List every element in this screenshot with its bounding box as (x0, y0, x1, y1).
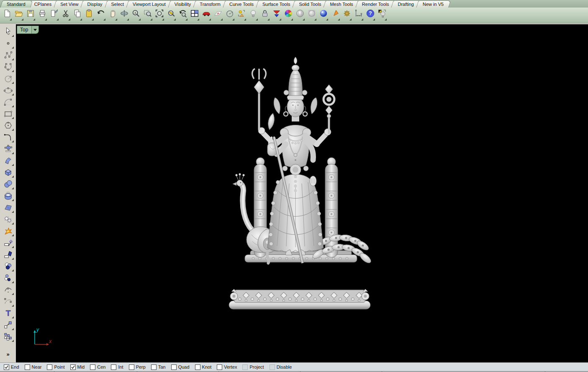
rotate-view-icon[interactable] (119, 9, 129, 21)
spotlight-cone-icon[interactable] (330, 9, 340, 21)
tab-select[interactable]: Select (106, 0, 131, 8)
osnap-int-checkbox[interactable] (111, 364, 116, 370)
undo-icon[interactable] (96, 9, 106, 21)
dimension-icon[interactable] (354, 9, 364, 21)
circle-center-icon[interactable] (225, 9, 235, 21)
explode-icon[interactable] (3, 226, 14, 236)
join-icon[interactable] (3, 261, 14, 271)
osnap-quad[interactable]: Quad (171, 364, 190, 370)
ghosted-sphere-icon[interactable] (307, 9, 317, 21)
viewport-title-dropdown[interactable] (31, 26, 39, 34)
box-icon[interactable] (3, 167, 14, 178)
osnap-mid[interactable]: Mid (70, 364, 85, 370)
cut-icon[interactable] (61, 9, 71, 21)
save-file-icon[interactable] (26, 9, 36, 21)
osnap-vertex[interactable]: Vertex (217, 364, 237, 370)
osnap-cen-checkbox[interactable] (90, 364, 95, 370)
snap-shapes-icon[interactable] (236, 9, 246, 21)
pedestal-model[interactable] (227, 288, 372, 313)
tab-render-tools[interactable]: Render Tools (357, 0, 395, 8)
osnap-knot[interactable]: Knot (195, 364, 212, 370)
osnap-near-checkbox[interactable] (25, 364, 30, 370)
osnap-disable-checkbox[interactable] (270, 364, 275, 370)
text-icon[interactable]: T (3, 308, 14, 318)
osnap-quad-checkbox[interactable] (171, 364, 177, 370)
zoom-selected-icon[interactable] (166, 9, 176, 21)
osnap-knot-checkbox[interactable] (195, 364, 200, 370)
tab-new-in-v5[interactable]: New in V5 (417, 0, 450, 8)
tab-transform[interactable]: Transform (194, 0, 227, 8)
shaded-sphere-icon[interactable] (295, 9, 305, 21)
viewport-layout-icon[interactable] (190, 9, 200, 21)
rendered-sphere-icon[interactable] (318, 9, 329, 21)
osnap-vertex-checkbox[interactable] (217, 364, 222, 370)
patch-surface-icon[interactable] (3, 202, 14, 213)
tab-viewport-layout[interactable]: Viewport Layout (127, 0, 172, 8)
osnap-project[interactable]: Project (242, 364, 264, 370)
osnap-mid-checkbox[interactable] (70, 364, 76, 370)
interpolate-curve-icon[interactable] (3, 62, 14, 72)
boolean-icon[interactable] (3, 214, 14, 225)
tab-cplanes[interactable]: CPlanes (29, 0, 58, 8)
copy-icon[interactable] (72, 9, 82, 21)
trim-icon[interactable] (3, 238, 14, 248)
rectangle-icon[interactable] (3, 108, 14, 119)
tab-mesh-tools[interactable]: Mesh Tools (324, 0, 359, 8)
new-document-icon[interactable] (2, 9, 12, 21)
osnap-point-checkbox[interactable] (47, 364, 52, 370)
osnap-project-checkbox[interactable] (242, 364, 248, 370)
viewport-title[interactable]: Top (17, 26, 31, 34)
gears-icon[interactable] (342, 9, 352, 21)
tab-drafting[interactable]: Drafting (392, 0, 420, 8)
osnap-perp-checkbox[interactable] (129, 364, 134, 370)
paste-icon[interactable] (84, 9, 94, 21)
circle-icon[interactable] (3, 73, 14, 84)
osnap-point[interactable]: Point (47, 364, 64, 370)
undo-view-icon[interactable] (178, 9, 188, 21)
palette-expand-chevron[interactable]: » (6, 351, 9, 357)
tab-set-view[interactable]: Set View (55, 0, 85, 8)
zoom-dynamic-icon[interactable]: ± (131, 9, 141, 21)
ellipse-icon[interactable] (3, 85, 14, 96)
viewport-canvas[interactable]: Top (16, 24, 588, 362)
color-wheel-icon[interactable] (283, 9, 293, 21)
tab-standard[interactable]: Standard (1, 0, 32, 8)
move-icon[interactable] (3, 320, 14, 330)
osnap-near[interactable]: Near (25, 364, 42, 370)
sphere-icon[interactable] (3, 179, 14, 189)
osnap-end-checkbox[interactable] (4, 364, 9, 370)
murugan-statue-model[interactable] (227, 50, 376, 273)
osnap-disable[interactable]: Disable (270, 364, 292, 370)
osnap-tan-checkbox[interactable] (151, 364, 157, 370)
lamp-icon[interactable] (377, 9, 387, 21)
point-icon[interactable] (3, 38, 14, 49)
split-icon[interactable] (3, 249, 14, 260)
zoom-extents-icon[interactable] (154, 9, 164, 21)
fillet-corner-icon[interactable] (3, 132, 14, 142)
spray-edit-icon[interactable] (49, 9, 59, 21)
control-point-curve-icon[interactable] (3, 50, 14, 60)
polygon-icon[interactable] (3, 120, 14, 131)
pointer-icon[interactable] (3, 26, 14, 37)
osnap-cen[interactable]: Cen (90, 364, 105, 370)
light-bulb-icon[interactable] (248, 9, 258, 21)
tab-visibility[interactable]: Visibility (169, 0, 198, 8)
osnap-tan[interactable]: Tan (151, 364, 166, 370)
edit-point-icon[interactable] (3, 284, 14, 295)
print-icon[interactable] (37, 9, 47, 21)
cplane-icon[interactable] (213, 9, 223, 21)
viewport-title-tab[interactable]: Top (17, 26, 39, 34)
array-icon[interactable] (3, 331, 14, 342)
layer-wedge-icon[interactable] (272, 9, 282, 21)
osnap-perp[interactable]: Perp (129, 364, 146, 370)
surface-control-points-icon[interactable] (3, 144, 14, 154)
osnap-int[interactable]: Int (111, 364, 123, 370)
car-icon[interactable] (201, 9, 211, 21)
rebuild-curve-icon[interactable] (3, 296, 14, 307)
tab-display[interactable]: Display (82, 0, 108, 8)
cylinder-icon[interactable] (3, 191, 14, 201)
group-icon[interactable] (3, 273, 14, 283)
zoom-window-icon[interactable] (143, 9, 153, 21)
tab-curve-tools[interactable]: Curve Tools (224, 0, 260, 8)
osnap-end[interactable]: End (4, 364, 19, 370)
